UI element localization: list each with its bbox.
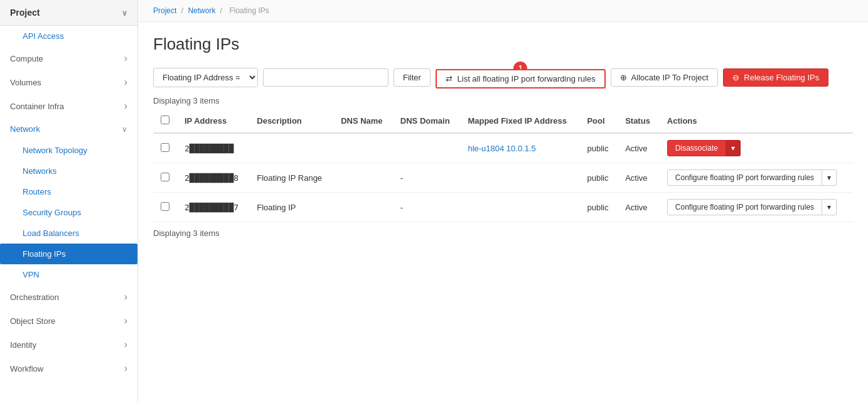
cell-ip: 2█████████8 <box>177 163 249 193</box>
sidebar-item-compute[interactable]: Compute <box>0 46 137 70</box>
disassociate-button[interactable]: Disassociate <box>667 140 726 156</box>
sidebar-item-security-groups[interactable]: Security Groups <box>0 202 137 223</box>
filter-bar: Floating IP Address = Description = DNS … <box>153 67 853 89</box>
breadcrumb-network[interactable]: Network <box>188 6 215 15</box>
forward-icon: ⇄ <box>446 74 453 83</box>
col-dns-name: DNS Name <box>333 109 393 133</box>
sidebar-item-identity[interactable]: Identity <box>0 333 137 357</box>
breadcrumb: Project / Network / Floating IPs <box>138 0 868 22</box>
cell-actions: Disassociate ▾ <box>660 133 853 163</box>
filter-select-container: Floating IP Address = Description = DNS … <box>153 68 258 87</box>
cell-description: Floating IP <box>249 193 333 222</box>
mapped-fixed-link[interactable]: hle-u1804 10.0.1.5 <box>468 144 535 153</box>
compute-chevron <box>124 53 127 64</box>
sidebar-item-orchestration[interactable]: Orchestration <box>0 285 137 309</box>
volumes-chevron <box>124 77 127 88</box>
table-row: 2█████████8Floating IP Range-publicActiv… <box>153 163 853 193</box>
cell-mapped-fixed: hle-u1804 10.0.1.5 <box>460 133 579 163</box>
cell-ip: 2█████████7 <box>177 193 249 222</box>
configure-dropdown[interactable]: ▾ <box>822 169 837 186</box>
sidebar-header-chevron <box>122 8 127 18</box>
cell-dns-name <box>333 163 393 193</box>
sidebar-item-network[interactable]: Network <box>0 118 137 140</box>
cell-status: Active <box>618 163 660 193</box>
cell-dns-name <box>333 193 393 222</box>
action-group: Configure floating IP port forwarding ru… <box>667 199 845 215</box>
table-row: 2█████████7Floating IP-publicActive Conf… <box>153 193 853 222</box>
row-checkbox[interactable] <box>161 173 169 181</box>
col-mapped-fixed: Mapped Fixed IP Address <box>460 109 579 133</box>
configure-forwarding-button[interactable]: Configure floating IP port forwarding ru… <box>667 169 822 186</box>
sidebar-item-object-store[interactable]: Object Store <box>0 309 137 333</box>
cell-mapped-fixed <box>460 193 579 222</box>
cell-pool: public <box>579 163 618 193</box>
filter-button[interactable]: Filter <box>394 68 431 87</box>
allocate-button[interactable]: ⊕ Allocate IP To Project <box>611 68 718 87</box>
sidebar: Project API Access Compute Volumes Conta… <box>0 0 138 403</box>
cell-status: Active <box>618 133 660 163</box>
filter-select[interactable]: Floating IP Address = Description = DNS … <box>154 68 257 87</box>
cell-dns-domain: - <box>393 163 461 193</box>
main-content: Project / Network / Floating IPs Floatin… <box>138 0 868 403</box>
allocate-icon: ⊕ <box>620 73 627 82</box>
network-chevron <box>122 125 127 134</box>
container-infra-chevron <box>124 100 127 112</box>
action-group: Configure floating IP port forwarding ru… <box>667 169 845 186</box>
cell-dns-domain: - <box>393 193 461 222</box>
cell-ip: 2█████████ <box>177 133 249 163</box>
list-forwarding-button[interactable]: ⇄ List all floating IP port forwarding r… <box>436 69 606 89</box>
sidebar-item-load-balancers[interactable]: Load Balancers <box>0 223 137 244</box>
sidebar-item-floating-ips[interactable]: Floating IPs <box>0 244 137 264</box>
filter-input[interactable] <box>263 68 388 87</box>
cell-dns-name <box>333 133 393 163</box>
cell-actions: Configure floating IP port forwarding ru… <box>660 193 853 222</box>
breadcrumb-project[interactable]: Project <box>153 6 176 15</box>
items-count-bottom: Displaying 3 items <box>153 228 853 238</box>
sidebar-item-routers[interactable]: Routers <box>0 181 137 202</box>
cell-actions: Configure floating IP port forwarding ru… <box>660 163 853 193</box>
col-description: Description <box>249 109 333 133</box>
orchestration-chevron <box>124 291 127 303</box>
disassociate-dropdown[interactable]: ▾ <box>726 140 741 156</box>
release-icon: ⊖ <box>732 73 739 82</box>
col-actions: Actions <box>660 109 853 133</box>
sidebar-item-container-infra[interactable]: Container Infra <box>0 94 137 118</box>
workflow-chevron <box>124 363 127 374</box>
cell-dns-domain <box>393 133 461 163</box>
configure-dropdown[interactable]: ▾ <box>822 199 837 215</box>
cell-status: Active <box>618 193 660 222</box>
select-all-checkbox[interactable] <box>161 116 169 124</box>
sidebar-item-volumes[interactable]: Volumes <box>0 70 137 94</box>
cell-description <box>249 133 333 163</box>
object-store-chevron <box>124 315 127 326</box>
table-row: 2█████████hle-u1804 10.0.1.5publicActive… <box>153 133 853 163</box>
release-button[interactable]: ⊖ Release Floating IPs <box>723 68 829 87</box>
breadcrumb-floating-ips: Floating IPs <box>229 6 269 15</box>
configure-forwarding-button[interactable]: Configure floating IP port forwarding ru… <box>667 199 822 215</box>
sidebar-item-networks[interactable]: Networks <box>0 161 137 181</box>
items-count-top: Displaying 3 items <box>153 96 853 105</box>
sidebar-header-label: Project <box>10 8 40 18</box>
identity-chevron <box>124 339 127 350</box>
table-header-row: IP Address Description DNS Name DNS Doma… <box>153 109 853 133</box>
cell-pool: public <box>579 193 618 222</box>
page-title: Floating IPs <box>153 35 853 54</box>
cell-pool: public <box>579 133 618 163</box>
sidebar-item-workflow[interactable]: Workflow <box>0 357 137 380</box>
col-dns-domain: DNS Domain <box>393 109 461 133</box>
action-group: Disassociate ▾ <box>667 140 845 156</box>
cell-description: Floating IP Range <box>249 163 333 193</box>
col-pool: Pool <box>579 109 618 133</box>
cell-mapped-fixed <box>460 163 579 193</box>
row-checkbox[interactable] <box>161 202 169 211</box>
sidebar-item-network-topology[interactable]: Network Topology <box>0 140 137 161</box>
row-checkbox[interactable] <box>161 143 169 152</box>
list-forwarding-wrapper: 1 ⇄ List all floating IP port forwarding… <box>436 69 606 89</box>
col-ip-address: IP Address <box>177 109 249 133</box>
col-status: Status <box>618 109 660 133</box>
sidebar-item-api-access[interactable]: API Access <box>0 26 137 46</box>
sidebar-item-vpn[interactable]: VPN <box>0 264 137 285</box>
sidebar-header[interactable]: Project <box>0 0 137 26</box>
floating-ips-table: IP Address Description DNS Name DNS Doma… <box>153 109 853 222</box>
